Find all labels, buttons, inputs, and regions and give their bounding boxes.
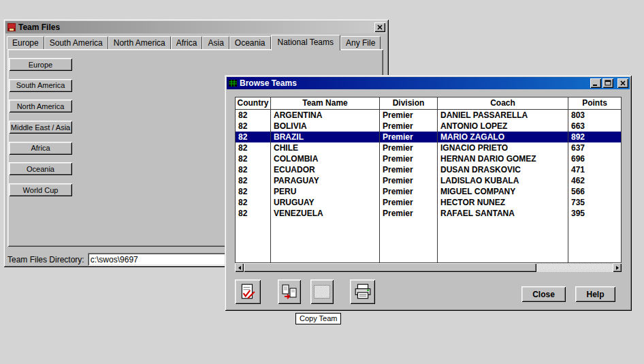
filler-cell [271,219,380,262]
team-row-colombia[interactable]: 82COLOMBIAPremierHERNAN DARIO GOMEZ696 [236,153,621,164]
cell-points: 637 [568,142,621,153]
cell-points: 566 [568,186,621,197]
grid-header-row: CountryTeam NameDivisionCoachPoints [236,97,621,110]
maximize-button[interactable] [602,78,613,88]
minimize-button[interactable] [590,78,601,88]
column-header-points[interactable]: Points [568,97,621,109]
cell-coach: ANTONIO LOPEZ [438,121,568,132]
cell-team-name: PARAGUAY [271,175,380,186]
edit-team-button[interactable] [235,279,261,304]
cell-division: Premier [380,208,438,219]
column-header-division[interactable]: Division [380,97,438,109]
cell-country: 82 [236,208,271,219]
print-button[interactable] [350,279,375,304]
europe-button[interactable]: Europe [9,58,72,71]
close-icon [620,80,626,86]
printer-icon [354,283,372,301]
copy-team-icon [281,284,297,300]
cell-coach: HERNAN DARIO GOMEZ [438,153,568,164]
middle-east-asia-button[interactable]: Middle East / Asia [9,121,72,134]
cell-points: 735 [568,197,621,208]
team-row-venezuela[interactable]: 82VENEZUELAPremierRAFAEL SANTANA395 [236,208,621,219]
cell-team-name: CHILE [271,142,380,153]
team-row-brazil[interactable]: 82BRAZILPremierMARIO ZAGALO892 [236,132,621,142]
close-button[interactable] [617,78,628,88]
cell-division: Premier [380,142,438,153]
close-button[interactable] [374,22,385,32]
cell-team-name: VENEZUELA [271,208,380,219]
arrow-left-icon [238,266,241,270]
tab-any-file[interactable]: Any File [340,36,381,49]
window-title: Team Files [18,22,372,32]
grid-body: 82ARGENTINAPremierDANIEL PASSARELLA80382… [236,110,621,262]
scroll-left-button[interactable] [235,263,244,272]
team-row-chile[interactable]: 82CHILEPremierIGNACIO PRIETO637 [236,142,621,153]
cell-division: Premier [380,153,438,164]
tab-europe[interactable]: Europe [7,36,44,49]
team-row-argentina[interactable]: 82ARGENTINAPremierDANIEL PASSARELLA803 [236,110,621,121]
help-button[interactable]: Help [575,286,615,302]
copy-team-tooltip: Copy Team [295,313,341,324]
tab-oceania[interactable]: Oceania [229,36,271,49]
tab-north-america[interactable]: North America [108,36,171,49]
scroll-right-button[interactable] [613,263,622,272]
oceania-button[interactable]: Oceania [9,162,72,175]
h-scrollbar[interactable] [235,263,622,272]
team-row-paraguay[interactable]: 82PARAGUAYPremierLADISLAO KUBALA462 [236,175,621,186]
paste-team-button-disabled [310,279,334,304]
tab-asia[interactable]: Asia [202,36,229,49]
cell-team-name: BRAZIL [271,132,380,142]
directory-input[interactable] [88,253,246,266]
cell-division: Premier [380,121,438,132]
south-america-button[interactable]: South America [9,79,72,92]
africa-button[interactable]: Africa [9,142,72,155]
close-icon [377,25,383,30]
maximize-icon [605,80,611,87]
column-header-team-name[interactable]: Team Name [271,97,380,109]
disabled-pattern-icon [314,285,330,299]
cell-division: Premier [380,175,438,186]
close-dialog-button[interactable]: Close [521,286,566,302]
team-row-bolivia[interactable]: 82BOLIVIAPremierANTONIO LOPEZ663 [236,121,621,132]
minimize-icon [592,80,599,87]
team-files-titlebar[interactable]: Team Files [5,21,387,33]
team-row-uruguay[interactable]: 82URUGUAYPremierHECTOR NUNEZ735 [236,197,621,208]
cell-division: Premier [380,164,438,175]
cell-coach: MIGUEL COMPANY [438,186,568,197]
cell-team-name: ARGENTINA [271,110,380,121]
column-header-coach[interactable]: Coach [438,97,568,109]
browse-teams-titlebar[interactable]: Browse Teams [227,77,630,89]
grid-filler-row [236,219,621,262]
cell-team-name: ECUADOR [271,164,380,175]
team-row-peru[interactable]: 82PERUPremierMIGUEL COMPANY566 [236,186,621,197]
tab-africa[interactable]: Africa [171,36,203,49]
filler-cell [236,219,271,262]
team-files-icon [7,22,16,32]
cell-points: 471 [568,164,621,175]
tab-strip: EuropeSouth AmericaNorth AmericaAfricaAs… [7,35,381,49]
cell-country: 82 [236,186,271,197]
cell-team-name: BOLIVIA [271,121,380,132]
cell-team-name: PERU [271,186,380,197]
directory-row: Team Files Directory: [7,253,246,266]
cell-points: 663 [568,121,621,132]
tab-south-america[interactable]: South America [44,36,108,49]
cell-points: 803 [568,110,621,121]
cell-division: Premier [380,110,438,121]
browse-teams-icon [228,78,238,88]
scroll-thumb[interactable] [244,263,536,272]
cell-division: Premier [380,197,438,208]
cell-country: 82 [236,197,271,208]
north-america-button[interactable]: North America [9,100,72,112]
cell-points: 395 [568,208,621,219]
tab-national-teams[interactable]: National Teams [271,35,341,50]
cell-coach: HECTOR NUNEZ [438,197,568,208]
world-cup-button[interactable]: World Cup [9,183,72,196]
arrow-right-icon [616,266,619,270]
cell-points: 462 [568,175,621,186]
copy-team-button[interactable] [278,279,301,304]
cell-coach: IGNACIO PRIETO [438,142,568,153]
column-header-country[interactable]: Country [236,97,271,109]
cell-country: 82 [236,121,271,132]
team-row-ecuador[interactable]: 82ECUADORPremierDUSAN DRASKOVIC471 [236,164,621,175]
